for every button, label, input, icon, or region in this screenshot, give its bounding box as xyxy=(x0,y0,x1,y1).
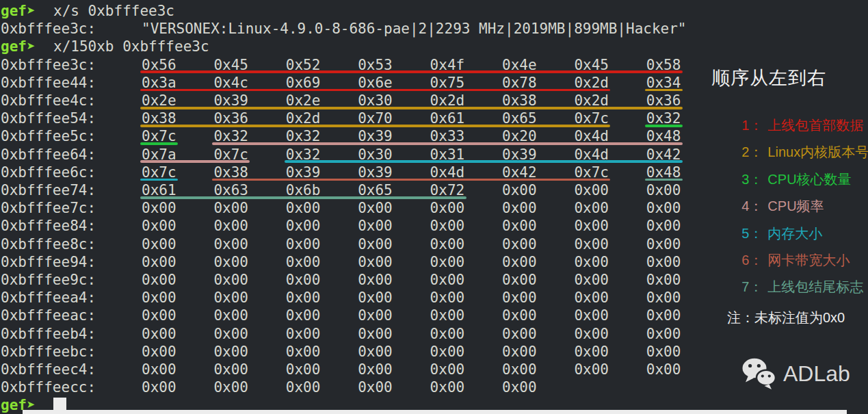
command-line-2: gef➤ x/150xb 0xbfffee3c xyxy=(0,38,708,55)
hex-byte: 0x00 xyxy=(213,271,248,289)
hex-byte: 0x00 xyxy=(646,289,681,307)
command-examine-string: x/s 0xbfffee3c xyxy=(53,2,174,20)
hex-byte: 0x00 xyxy=(286,253,321,271)
annotation-underline-yellow xyxy=(140,107,683,109)
hex-address: 0xbfffee8c: xyxy=(1,235,96,253)
hex-byte: 0x00 xyxy=(142,325,176,343)
command-examine-bytes: x/150xb 0xbfffee3c xyxy=(53,38,209,55)
hex-byte: 0x00 xyxy=(502,199,537,217)
hex-byte: 0x00 xyxy=(358,217,393,235)
hex-byte: 0x00 xyxy=(574,325,609,343)
hex-byte: 0x00 xyxy=(286,289,321,307)
hex-address: 0xbfffee9c: xyxy=(1,271,96,289)
hex-row: 0xbfffee3c:0x560x450x520x530x4f0x4e0x450… xyxy=(0,56,708,74)
hex-byte: 0x00 xyxy=(358,271,393,289)
hex-byte: 0x00 xyxy=(358,378,393,396)
hex-byte: 0x00 xyxy=(286,378,321,396)
hex-byte: 0x00 xyxy=(646,307,681,324)
hex-byte: 0x00 xyxy=(430,378,465,396)
hex-address: 0xbfffee44: xyxy=(1,74,96,92)
hex-byte: 0x00 xyxy=(142,307,176,324)
hex-byte: 0x00 xyxy=(430,199,465,217)
hex-byte: 0x00 xyxy=(646,199,681,217)
hex-row: 0xbfffeea4:0x000x000x000x000x000x000x000… xyxy=(0,289,708,307)
hex-row: 0xbfffee9c:0x000x000x000x000x000x000x000… xyxy=(0,271,708,289)
hex-byte: 0x00 xyxy=(430,325,465,343)
hex-byte: 0x00 xyxy=(286,343,321,361)
hex-byte: 0x00 xyxy=(142,271,176,289)
hex-byte: 0x00 xyxy=(213,217,248,235)
hex-row: 0xbfffee7c:0x000x000x000x000x000x000x000… xyxy=(0,199,708,217)
hex-address: 0xbfffee84: xyxy=(1,217,96,235)
hex-byte: 0x00 xyxy=(430,271,465,289)
hex-byte: 0x00 xyxy=(574,343,609,361)
hex-address: 0xbfffee7c: xyxy=(1,199,96,217)
hex-byte: 0x00 xyxy=(142,343,176,361)
legend-item-6: 6：网卡带宽大小 xyxy=(726,235,850,252)
hex-byte: 0x00 xyxy=(286,199,321,217)
legend-item-number: 7： xyxy=(741,279,763,294)
hex-byte: 0x00 xyxy=(574,271,609,289)
hex-byte: 0x00 xyxy=(142,378,176,396)
hex-byte: 0x00 xyxy=(502,271,537,289)
hex-byte: 0x00 xyxy=(286,325,321,343)
hex-row: 0xbfffee84:0x000x000x000x000x000x000x000… xyxy=(0,217,708,235)
hex-byte: 0x00 xyxy=(646,235,681,253)
hex-byte: 0x00 xyxy=(358,199,393,217)
hex-byte: 0x00 xyxy=(213,253,248,271)
annotation-underline-red xyxy=(140,70,683,73)
note-text: 注：未标注值为0x0 xyxy=(727,309,845,327)
hex-address: 0xbfffeebc: xyxy=(1,343,96,361)
hex-byte: 0x00 xyxy=(213,307,248,324)
hex-row: 0xbfffee4c:0x2e0x390x2e0x300x2d0x380x2d0… xyxy=(0,92,708,109)
string-address: 0xbfffee3c: xyxy=(1,20,96,38)
hex-byte: 0x00 xyxy=(574,361,609,378)
hex-byte: 0x00 xyxy=(646,181,681,199)
legend-title: 顺序从左到右 xyxy=(711,66,826,90)
hex-byte: 0x00 xyxy=(142,253,176,271)
hex-byte: 0x00 xyxy=(213,361,248,378)
annotation-underline-green xyxy=(140,142,178,145)
hex-byte: 0x00 xyxy=(502,361,537,378)
hex-row: 0xbfffee54:0x380x360x2d0x700x610x650x7c0… xyxy=(0,109,708,127)
hex-byte: 0x00 xyxy=(358,361,393,378)
hex-byte: 0x00 xyxy=(646,253,681,271)
hex-byte: 0x00 xyxy=(502,181,537,199)
hex-byte: 0x00 xyxy=(358,289,393,307)
adlab-logo-text: ADLab xyxy=(783,361,850,387)
hex-byte: 0x00 xyxy=(142,235,176,253)
hex-byte: 0x00 xyxy=(574,235,609,253)
hex-address: 0xbfffeeac: xyxy=(1,307,96,324)
hex-address: 0xbfffeec4: xyxy=(1,361,96,378)
hex-byte: 0x00 xyxy=(502,378,537,396)
hex-row: 0xbfffee94:0x000x000x000x000x000x000x000… xyxy=(0,253,708,271)
hex-byte: 0x00 xyxy=(142,199,176,217)
hex-byte: 0x00 xyxy=(286,271,321,289)
hex-byte: 0x00 xyxy=(358,307,393,324)
hex-byte: 0x00 xyxy=(430,343,465,361)
hex-byte: 0x00 xyxy=(430,217,465,235)
annotation-underline-cyan xyxy=(140,179,178,181)
string-value: "VERSONEX:Linux-4.9.0-8-686-pae|2|2293 M… xyxy=(142,20,687,38)
hex-byte: 0x00 xyxy=(142,289,176,307)
annotation-underline-pink xyxy=(212,142,682,145)
hex-byte: 0x00 xyxy=(358,253,393,271)
hex-byte: 0x00 xyxy=(502,253,537,271)
hex-row: 0xbfffee5c:0x7c0x320x320x390x330x200x4d0… xyxy=(0,127,708,145)
gef-prompt: gef➤ xyxy=(1,2,36,20)
hex-row: 0xbfffee6c:0x7c0x380x390x390x4d0x420x7c0… xyxy=(0,164,708,181)
hex-byte: 0x00 xyxy=(286,307,321,324)
hex-byte: 0x00 xyxy=(213,289,248,307)
hex-byte: 0x00 xyxy=(286,361,321,378)
legend-item-7: 7：上线包结尾标志 xyxy=(726,262,863,279)
bottom-edge-strip xyxy=(23,410,847,414)
annotation-underline-red xyxy=(140,89,610,92)
legend-item-4: 4：CPU频率 xyxy=(726,181,824,198)
hex-byte: 0x00 xyxy=(430,235,465,253)
annotation-underline-cyan xyxy=(285,160,683,163)
hex-byte: 0x00 xyxy=(646,325,681,343)
legend-item-label: 上线包结尾标志 xyxy=(767,279,863,294)
hex-byte: 0x00 xyxy=(574,199,609,217)
adlab-logo: ADLab xyxy=(741,357,850,390)
hex-byte: 0x00 xyxy=(213,199,248,217)
